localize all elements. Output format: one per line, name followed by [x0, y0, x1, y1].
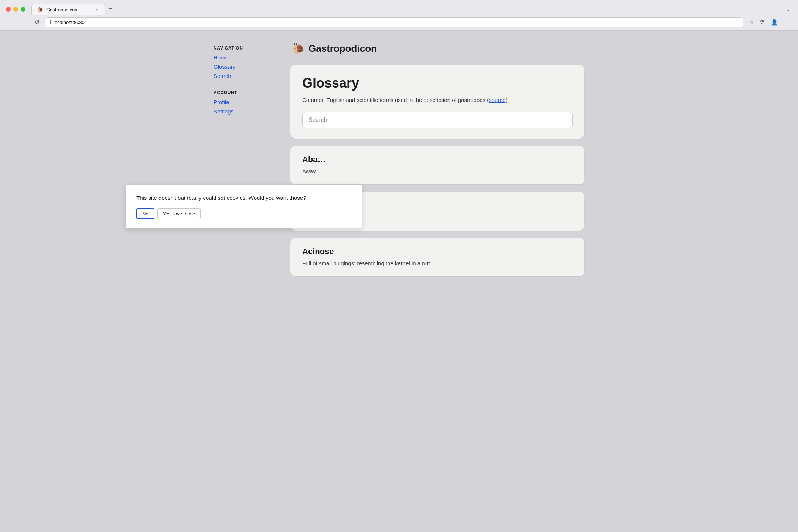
tab-favicon-icon: 🐌 [37, 7, 43, 13]
nav-item-home: Home [214, 54, 273, 61]
term-title-acinose: Acinose [302, 247, 573, 256]
term-card-acinose: Acinose Full of small bulgings; resembli… [290, 238, 584, 277]
window-minimize-button[interactable] [13, 7, 18, 12]
tab-title: Gastropodicon [46, 7, 91, 13]
bookmark-button[interactable]: ☆ [746, 17, 756, 27]
new-tab-button[interactable]: + [105, 4, 115, 14]
cookie-message: This site doesn't but totally could set … [136, 194, 351, 202]
account-item-settings: Settings [214, 108, 273, 115]
browser-titlebar: 🐌 Gastropodicon × + ⌄ [0, 0, 798, 15]
cookie-dialog: This site doesn't but totally could set … [126, 185, 362, 228]
glossary-card: Glossary Common English and scientific t… [290, 65, 584, 139]
sidebar: NAVIGATION Home Glossary Search ACCOUNT … [214, 42, 273, 276]
tab-close-button[interactable]: × [94, 7, 100, 13]
site-title: Gastropodicon [308, 43, 377, 54]
back-button[interactable]: ← [6, 18, 16, 27]
nav-link-search[interactable]: Search [214, 72, 273, 80]
address-bar[interactable]: ℹ localhost:8080 [45, 17, 743, 27]
account-item-profile: Profile [214, 98, 273, 106]
active-tab[interactable]: 🐌 Gastropodicon × [31, 4, 105, 15]
menu-button[interactable]: ⋮ [782, 17, 792, 27]
browser-chrome: 🐌 Gastropodicon × + ⌄ ← → ↺ ℹ localhost:… [0, 0, 798, 31]
account-section-label: ACCOUNT [214, 90, 273, 95]
address-text: localhost:8080 [54, 20, 739, 25]
tab-bar: 🐌 Gastropodicon × + [31, 4, 781, 15]
nav-item-search: Search [214, 72, 273, 80]
nav-link-glossary[interactable]: Glossary [214, 63, 273, 71]
description-text-1: Common English and scientific terms used… [302, 97, 489, 103]
cookie-yes-button[interactable]: Yes, love those [157, 208, 201, 219]
nav-item-glossary: Glossary [214, 63, 273, 71]
term-title-aba: Aba… [302, 155, 573, 164]
cookie-buttons: No Yes, love those [136, 208, 351, 219]
nav-link-home[interactable]: Home [214, 54, 273, 61]
window-close-button[interactable] [6, 7, 11, 12]
profile-button[interactable]: 👤 [768, 17, 780, 27]
toolbar-actions: ☆ ⚗ 👤 ⋮ [746, 17, 792, 27]
nav-link-settings[interactable]: Settings [214, 108, 273, 115]
cookie-no-button[interactable]: No [136, 208, 154, 219]
experiments-button[interactable]: ⚗ [757, 17, 767, 27]
window-maximize-button[interactable] [21, 7, 25, 12]
page-content: NAVIGATION Home Glossary Search ACCOUNT … [196, 31, 602, 288]
window-controls [6, 7, 25, 12]
address-info-icon: ℹ [50, 20, 51, 25]
forward-button[interactable]: → [19, 18, 30, 27]
term-card-aba: Aba… Away… [290, 146, 584, 185]
glossary-title: Glossary [302, 75, 573, 91]
site-logo-icon: 🐌 [292, 42, 305, 55]
reload-button[interactable]: ↺ [33, 17, 42, 27]
main-area: 🐌 Gastropodicon Glossary Common English … [290, 42, 584, 276]
nav-section-label: NAVIGATION [214, 45, 273, 51]
term-definition-aba: Away… [302, 167, 573, 176]
nav-link-profile[interactable]: Profile [214, 98, 273, 106]
browser-toolbar: ← → ↺ ℹ localhost:8080 ☆ ⚗ 👤 ⋮ [0, 15, 798, 30]
description-text-2: ). [505, 97, 509, 103]
site-header: 🐌 Gastropodicon [290, 42, 584, 55]
term-definition-acinose: Full of small bulgings; resembling the k… [302, 259, 573, 268]
tab-dropdown-button[interactable]: ⌄ [784, 4, 792, 14]
glossary-description: Common English and scientific terms used… [302, 96, 573, 105]
nav-list: Home Glossary Search [214, 54, 273, 80]
account-list: Profile Settings [214, 98, 273, 115]
source-link[interactable]: source [489, 97, 505, 103]
glossary-search-input[interactable] [302, 112, 573, 128]
